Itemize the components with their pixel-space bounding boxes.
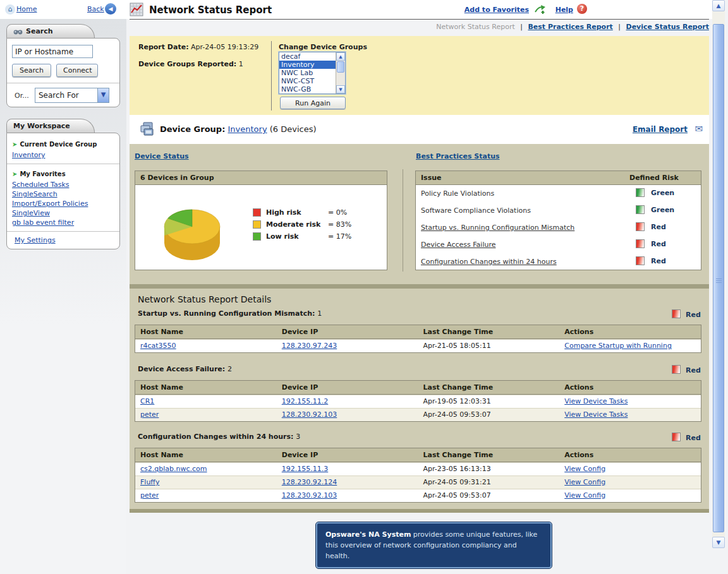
email-icon[interactable]: ✉: [695, 123, 703, 135]
issue-row-device-access-failure: Device Access Failure Red: [416, 236, 701, 253]
issue-row-policy-rule-violations: Policy Rule Violations Green: [416, 185, 701, 202]
view-config-link[interactable]: View Config: [564, 491, 605, 499]
my-workspace-panel-tab: My Workspace: [6, 119, 95, 133]
last-change-time: Apr-23-05 16:13:13: [418, 463, 560, 475]
scroll-down-icon[interactable]: ▼: [712, 537, 725, 548]
host-link[interactable]: CR1: [140, 397, 154, 405]
device-group-name-link[interactable]: Inventory: [228, 124, 267, 134]
change-device-groups-label: Change Device Groups: [279, 43, 367, 51]
breadcrumb-best-practices-report[interactable]: Best Practices Report: [528, 23, 612, 31]
network-status-report-page: ⌂ Home Back ◀ Network Status Report Add …: [0, 0, 728, 574]
green-risk-icon: [636, 205, 645, 214]
report-body: Device Status Best Practices Status 6 De…: [130, 144, 709, 513]
device-group-icon: [138, 121, 156, 138]
view-config-link[interactable]: View Config: [564, 465, 605, 473]
host-link[interactable]: Fluffy: [140, 478, 159, 486]
sidebar-item-inventory[interactable]: Inventory: [7, 150, 119, 160]
add-to-favorites-link[interactable]: Add to Favorites: [464, 6, 529, 14]
risk-pie-chart: [148, 190, 249, 269]
device-access-failure-table: Host Name Device IP Last Change Time Act…: [135, 380, 701, 422]
scroll-down-icon[interactable]: ▼: [336, 85, 345, 93]
last-change-time: Apr-24-05 09:53:07: [418, 409, 560, 421]
best-practices-card: Issue Defined Risk Policy Rule Violation…: [415, 170, 701, 270]
green-arrow-icon: ➤: [12, 170, 17, 177]
host-link[interactable]: peter: [140, 491, 159, 499]
table-row: Fluffy 128.230.92.124 Apr-24-05 09:31:21…: [135, 475, 701, 489]
breadcrumb-separator: |: [618, 23, 621, 31]
search-button[interactable]: Search: [12, 64, 51, 77]
device-ip-link[interactable]: 128.230.92.124: [282, 478, 337, 486]
sidebar-item-scheduled-tasks[interactable]: Scheduled Tasks: [7, 180, 119, 189]
email-report-link[interactable]: Email Report: [633, 125, 688, 134]
report-parameters-bar: Report Date: Apr-24-05 19:13:29 Device G…: [130, 36, 709, 115]
scroll-up-icon[interactable]: ▲: [712, 0, 725, 11]
chevron-down-icon[interactable]: ▼: [97, 88, 109, 102]
details-heading-config-changes: Configuration Changes within 24 hours: 3: [138, 433, 300, 441]
report-chart-icon: [130, 3, 143, 16]
device-access-failure-link[interactable]: Device Access Failure: [421, 241, 495, 249]
home-link[interactable]: Home: [16, 5, 37, 13]
help-link[interactable]: Help: [555, 6, 573, 14]
device-group-header-row: Device Group: Inventory (6 Devices) Emai…: [130, 115, 709, 144]
run-again-button[interactable]: Run Again: [280, 97, 346, 109]
search-for-select[interactable]: Search For ▼: [35, 88, 109, 103]
yellow-square-icon: [253, 220, 261, 229]
view-device-tasks-link[interactable]: View Device Tasks: [564, 410, 628, 419]
red-risk-icon: [672, 365, 681, 374]
search-for-value: Search For: [39, 91, 79, 100]
tooltip-bold-text: Opsware's NA System: [325, 530, 411, 539]
home-icon[interactable]: ⌂: [5, 4, 15, 15]
search-panel: Search Search Connect Or... Search For ▼: [6, 24, 120, 107]
best-practices-status-link[interactable]: Best Practices Status: [416, 152, 500, 160]
binoculars-icon: [13, 28, 23, 35]
device-status-link[interactable]: Device Status: [135, 152, 189, 160]
config-changes-link[interactable]: Configuration Changes within 24 hours: [421, 258, 557, 266]
host-link[interactable]: cs2.qblab.nwc.com: [140, 465, 207, 473]
sidebar-item-gb-lab-event-filter[interactable]: gb lab event filter: [7, 218, 119, 227]
scrollbar-thumb[interactable]: [713, 24, 724, 532]
sidebar-item-import-export-policies[interactable]: Import/Export Policies: [7, 199, 119, 208]
workspace-divider: [7, 231, 119, 232]
legend-low-risk: Low risk = 17%: [253, 230, 351, 242]
listbox-scrollbar[interactable]: ▲ ▼: [336, 52, 345, 93]
table-row: CR1 192.155.11.2 Apr-19-05 12:03:31 View…: [135, 395, 701, 408]
scroll-up-icon[interactable]: ▲: [336, 52, 345, 61]
view-device-tasks-link[interactable]: View Device Tasks: [564, 397, 628, 405]
sidebar-item-singleview[interactable]: SingleView: [7, 208, 119, 218]
search-input[interactable]: [12, 45, 93, 58]
help-icon[interactable]: ?: [577, 4, 587, 14]
device-ip-link[interactable]: 128.230.92.103: [282, 410, 337, 419]
device-ip-link[interactable]: 128.230.92.103: [282, 491, 337, 499]
compare-startup-running-link[interactable]: Compare Startup with Running: [564, 342, 672, 350]
host-link[interactable]: r4cat3550: [140, 342, 176, 350]
vertical-scrollbar[interactable]: ▲ ▼: [712, 0, 725, 548]
last-change-time: Apr-19-05 12:03:31: [418, 395, 560, 408]
device-groups-listbox[interactable]: decaf Inventory NWC Lab NWC-CST NWC-GB ▲…: [279, 52, 346, 94]
section-separator: [130, 284, 709, 289]
breadcrumb-current: Network Status Report: [436, 23, 514, 31]
device-ip-link[interactable]: 128.230.97.243: [282, 342, 337, 350]
back-arrow-icon[interactable]: ◀: [105, 3, 116, 15]
report-bar-divider: [271, 41, 272, 111]
connect-button[interactable]: Connect: [56, 64, 98, 77]
red-square-icon: [253, 208, 261, 217]
issues-table-header: Issue Defined Risk: [416, 171, 701, 185]
green-risk-icon: [636, 188, 645, 197]
issue-row-software-compliance: Software Compliance Violations Green: [416, 202, 701, 219]
listbox-scroll-thumb[interactable]: [337, 61, 344, 73]
sidebar-item-singlesearch[interactable]: SingleSearch: [7, 189, 119, 199]
top-bar: ⌂ Home Back ◀ Network Status Report Add …: [0, 0, 712, 19]
sidebar-item-my-settings[interactable]: My Settings: [7, 236, 119, 245]
device-status-card: 6 Devices in Group High risk = 0% Modera…: [135, 170, 387, 270]
back-link[interactable]: Back: [87, 5, 104, 13]
breadcrumb-device-status-report[interactable]: Device Status Report: [626, 23, 709, 31]
device-ip-link[interactable]: 192.155.11.2: [282, 397, 328, 405]
view-config-link[interactable]: View Config: [564, 478, 605, 486]
startup-mismatch-link[interactable]: Startup vs. Running Configuration Mismat…: [421, 224, 574, 232]
add-to-favorites-icon[interactable]: [534, 4, 547, 15]
search-panel-body: Search Connect Or... Search For ▼: [6, 38, 120, 107]
host-link[interactable]: peter: [140, 410, 159, 419]
device-ip-link[interactable]: 192.155.11.3: [282, 465, 328, 473]
page-title: Network Status Report: [149, 4, 272, 16]
legend-high-risk: High risk = 0%: [253, 206, 351, 218]
